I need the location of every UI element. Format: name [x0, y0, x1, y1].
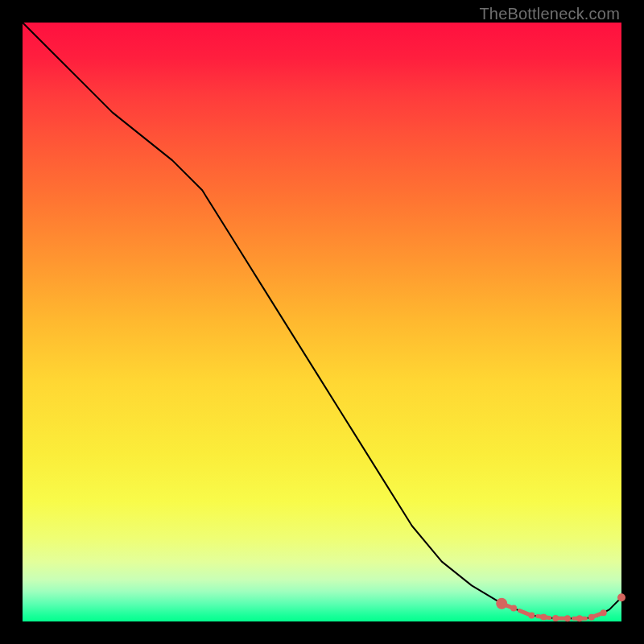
- highlight-dot: [576, 615, 583, 621]
- highlight-dot: [617, 593, 625, 601]
- main-curve: [23, 23, 621, 618]
- highlight-dot: [564, 615, 571, 621]
- watermark-text: TheBottleneck.com: [479, 5, 620, 23]
- bottom-highlight-group: [496, 593, 625, 621]
- highlight-dot: [552, 615, 559, 621]
- plot-area: [23, 23, 621, 621]
- highlight-dot: [601, 609, 607, 616]
- highlight-dot: [496, 598, 507, 609]
- chart-frame: TheBottleneck.com: [0, 0, 644, 644]
- highlight-dot: [588, 614, 595, 621]
- highlight-dot: [540, 614, 547, 621]
- chart-svg: [23, 23, 621, 621]
- highlight-dot: [528, 613, 535, 619]
- highlight-dot: [510, 605, 517, 612]
